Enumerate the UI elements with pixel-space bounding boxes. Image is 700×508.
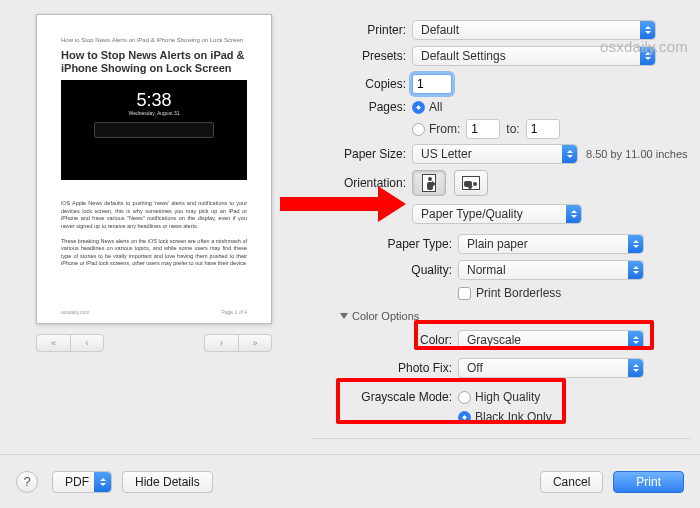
cancel-label: Cancel [553, 475, 590, 489]
lockscreen-notification [94, 122, 213, 138]
quality-label: Quality: [358, 263, 452, 277]
disclosure-triangle-icon[interactable] [340, 313, 348, 319]
orientation-label: Orientation: [316, 176, 406, 190]
photofix-select[interactable]: Off [458, 358, 644, 378]
color-options-label: Color Options [352, 310, 419, 322]
copies-label: Copies: [330, 77, 406, 91]
printer-value: Default [421, 23, 459, 37]
printer-label: Printer: [330, 23, 406, 37]
pages-to-label: to: [506, 122, 519, 136]
preview-footer-left: osxdaily.com [61, 309, 90, 315]
orientation-landscape-button[interactable] [454, 170, 488, 196]
last-page-button[interactable]: » [238, 334, 272, 352]
pages-from-label: From: [429, 122, 460, 136]
photofix-label: Photo Fix: [380, 361, 452, 375]
preview-body: iOS Apple News defaults to pushing 'news… [61, 200, 247, 267]
preview-header: How to Stop News Alerts on iPad & iPhone… [61, 37, 247, 43]
pdf-label: PDF [65, 475, 89, 489]
pages-from-input[interactable] [466, 119, 500, 139]
papertype-label: Paper Type: [358, 237, 452, 251]
print-preview-page: How to Stop News Alerts on iPad & iPhone… [36, 14, 272, 324]
papersize-select[interactable]: US Letter [412, 144, 578, 164]
grayscale-blackink-radio[interactable] [458, 411, 471, 424]
cancel-button[interactable]: Cancel [540, 471, 603, 493]
chevron-down-icon [94, 472, 111, 492]
quality-value: Normal [467, 263, 506, 277]
portrait-icon [422, 174, 436, 192]
stepper-icon [628, 331, 643, 349]
grayscale-blackink-label: Black Ink Only [475, 410, 552, 424]
presets-value: Default Settings [421, 49, 506, 63]
preview-pager: « ‹ › » [36, 334, 272, 352]
grayscale-highquality-radio[interactable] [458, 391, 471, 404]
preview-screenshot: 5:38 Wednesday, August 31 [61, 80, 247, 180]
stepper-icon [566, 205, 581, 223]
lockscreen-date: Wednesday, August 31 [61, 110, 247, 116]
orientation-portrait-button[interactable] [412, 170, 446, 196]
papertype-value: Plain paper [467, 237, 528, 251]
landscape-icon [462, 176, 480, 190]
watermark: osxdaily.com [600, 38, 688, 55]
pages-all-radio[interactable] [412, 101, 425, 114]
preview-para-2: These breaking News alerts on the iOS lo… [61, 238, 247, 268]
pages-to-input[interactable] [526, 119, 560, 139]
color-value: Grayscale [467, 333, 521, 347]
pages-label: Pages: [330, 98, 406, 114]
copies-input[interactable] [412, 74, 452, 94]
color-select[interactable]: Grayscale [458, 330, 644, 350]
presets-label: Presets: [330, 49, 406, 63]
grayscale-mode-label: Grayscale Mode: [338, 388, 452, 404]
pages-from-radio[interactable] [412, 123, 425, 136]
hide-details-button[interactable]: Hide Details [122, 471, 213, 493]
lockscreen-time: 5:38 [61, 90, 247, 111]
first-page-button[interactable]: « [36, 334, 70, 352]
pdf-menu-button[interactable]: PDF [52, 471, 112, 493]
grayscale-highquality-label: High Quality [475, 390, 540, 404]
print-borderless-checkbox[interactable] [458, 287, 471, 300]
papertype-select[interactable]: Plain paper [458, 234, 644, 254]
help-button[interactable]: ? [16, 471, 38, 493]
preview-title: How to Stop News Alerts on iPad & iPhone… [61, 49, 247, 74]
next-page-button[interactable]: › [204, 334, 238, 352]
papersize-dimensions: 8.50 by 11.00 inches [586, 148, 688, 160]
papersize-label: Paper Size: [316, 147, 406, 161]
photofix-value: Off [467, 361, 483, 375]
stepper-icon [628, 235, 643, 253]
color-label: Color: [380, 333, 452, 347]
hide-details-label: Hide Details [135, 475, 200, 489]
stepper-icon [640, 21, 655, 39]
print-section-value: Paper Type/Quality [421, 207, 523, 221]
prev-page-button[interactable]: ‹ [70, 334, 104, 352]
printer-select[interactable]: Default [412, 20, 656, 40]
stepper-icon [562, 145, 577, 163]
papersize-value: US Letter [421, 147, 472, 161]
stepper-icon [628, 261, 643, 279]
print-label: Print [636, 475, 661, 489]
print-section-select[interactable]: Paper Type/Quality [412, 204, 582, 224]
quality-select[interactable]: Normal [458, 260, 644, 280]
stepper-icon [628, 359, 643, 377]
pages-all-label: All [429, 100, 442, 114]
preview-footer-right: Page 1 of 4 [221, 309, 247, 315]
print-borderless-label: Print Borderless [476, 286, 561, 300]
preview-para-1: iOS Apple News defaults to pushing 'news… [61, 200, 247, 230]
print-button[interactable]: Print [613, 471, 684, 493]
